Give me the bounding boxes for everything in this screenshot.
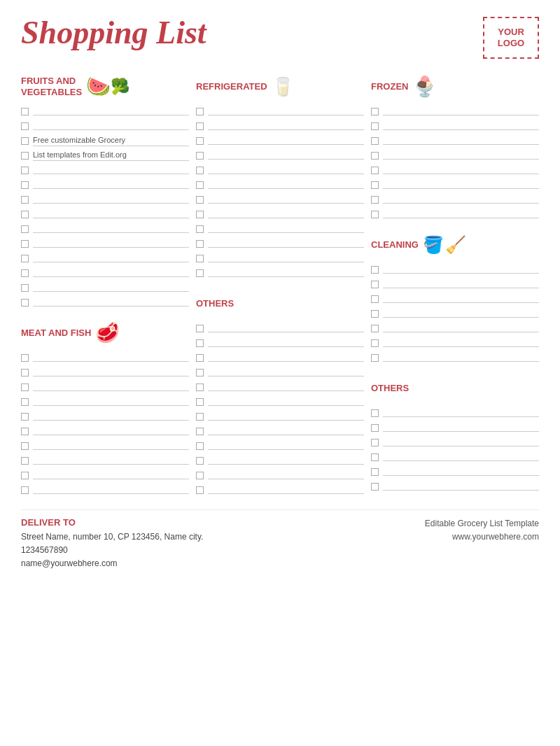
checkbox[interactable] bbox=[371, 152, 379, 160]
list-item bbox=[371, 436, 539, 449]
checkbox[interactable] bbox=[21, 472, 29, 479]
line bbox=[383, 181, 539, 189]
checkbox[interactable] bbox=[371, 424, 379, 432]
checkbox[interactable] bbox=[21, 137, 29, 145]
checkbox[interactable] bbox=[196, 472, 204, 479]
checkbox[interactable] bbox=[196, 354, 204, 362]
checkbox[interactable] bbox=[371, 310, 379, 318]
list-item bbox=[371, 337, 539, 349]
checkbox[interactable] bbox=[196, 255, 204, 262]
checkbox[interactable] bbox=[371, 483, 379, 491]
checkbox[interactable] bbox=[196, 369, 204, 376]
checkbox[interactable] bbox=[371, 468, 379, 476]
checkbox[interactable] bbox=[371, 196, 379, 204]
checkbox[interactable] bbox=[196, 211, 204, 218]
list-item bbox=[371, 322, 539, 335]
checkbox[interactable] bbox=[371, 325, 379, 332]
list-item bbox=[371, 451, 539, 463]
line bbox=[383, 295, 539, 303]
line bbox=[33, 442, 189, 450]
checkbox[interactable] bbox=[371, 266, 379, 274]
checkbox[interactable] bbox=[21, 108, 29, 115]
checkbox[interactable] bbox=[21, 269, 29, 277]
line bbox=[33, 181, 189, 189]
checkbox[interactable] bbox=[371, 409, 379, 417]
checkbox[interactable] bbox=[196, 413, 204, 421]
checkbox[interactable] bbox=[371, 167, 379, 174]
checkbox[interactable] bbox=[21, 442, 29, 450]
checkbox[interactable] bbox=[21, 284, 29, 292]
checkbox[interactable] bbox=[21, 196, 29, 204]
checkbox[interactable] bbox=[21, 428, 29, 435]
line bbox=[208, 324, 364, 332]
checkbox[interactable] bbox=[196, 122, 204, 130]
line bbox=[383, 309, 539, 318]
checkbox[interactable] bbox=[196, 457, 204, 465]
list-item: List templates from Edit.org bbox=[21, 149, 189, 162]
list-item bbox=[371, 134, 539, 147]
list-item bbox=[371, 278, 539, 290]
line bbox=[33, 456, 189, 465]
checkbox[interactable] bbox=[21, 122, 29, 130]
checkbox[interactable] bbox=[371, 439, 379, 446]
checkbox[interactable] bbox=[196, 137, 204, 145]
broom-icon: 🧹 bbox=[445, 235, 466, 255]
line bbox=[383, 122, 539, 130]
line bbox=[208, 225, 364, 233]
checkbox[interactable] bbox=[196, 196, 204, 204]
checkbox[interactable] bbox=[196, 428, 204, 435]
list-item bbox=[196, 120, 364, 132]
list-item bbox=[196, 454, 364, 467]
checkbox[interactable] bbox=[371, 281, 379, 288]
footer: DELIVER TO Street Name, number 10, CP 12… bbox=[21, 509, 539, 571]
checkbox[interactable] bbox=[21, 299, 29, 307]
checkbox[interactable] bbox=[21, 413, 29, 421]
checkbox[interactable] bbox=[21, 181, 29, 189]
checkbox[interactable] bbox=[196, 398, 204, 406]
checkbox[interactable] bbox=[21, 255, 29, 262]
checkbox[interactable] bbox=[371, 122, 379, 130]
logo-box: YOUR LOGO bbox=[483, 17, 539, 59]
checkbox[interactable] bbox=[21, 225, 29, 233]
line bbox=[383, 166, 539, 174]
checkbox[interactable] bbox=[21, 398, 29, 406]
checkbox[interactable] bbox=[21, 152, 29, 160]
checkbox[interactable] bbox=[21, 457, 29, 465]
list-item bbox=[196, 134, 364, 147]
checkbox[interactable] bbox=[21, 211, 29, 218]
list-item bbox=[196, 223, 364, 235]
checkbox[interactable] bbox=[196, 339, 204, 347]
checkbox[interactable] bbox=[371, 354, 379, 362]
checkbox[interactable] bbox=[196, 167, 204, 174]
checkbox[interactable] bbox=[21, 167, 29, 174]
checkbox[interactable] bbox=[371, 211, 379, 218]
checkbox[interactable] bbox=[371, 108, 379, 115]
list-item bbox=[371, 193, 539, 206]
checkbox[interactable] bbox=[196, 181, 204, 189]
checkbox[interactable] bbox=[196, 486, 204, 494]
checkbox[interactable] bbox=[371, 295, 379, 303]
checkbox[interactable] bbox=[196, 152, 204, 160]
checkbox[interactable] bbox=[196, 108, 204, 115]
checkbox[interactable] bbox=[21, 383, 29, 391]
others3-checklist bbox=[371, 407, 539, 493]
checkbox[interactable] bbox=[371, 453, 379, 461]
checkbox[interactable] bbox=[196, 383, 204, 391]
checkbox[interactable] bbox=[21, 354, 29, 362]
checkbox[interactable] bbox=[21, 486, 29, 494]
checkbox[interactable] bbox=[21, 240, 29, 248]
line bbox=[33, 254, 189, 262]
checkbox[interactable] bbox=[21, 369, 29, 376]
fruits-checklist: Free customizable Grocery List templates… bbox=[21, 105, 189, 309]
phone: 1234567890 bbox=[21, 545, 68, 555]
checkbox[interactable] bbox=[196, 225, 204, 233]
checkbox[interactable] bbox=[371, 137, 379, 145]
line bbox=[383, 467, 539, 476]
checkbox[interactable] bbox=[196, 269, 204, 277]
list-item bbox=[21, 208, 189, 220]
checkbox[interactable] bbox=[196, 325, 204, 332]
checkbox[interactable] bbox=[196, 240, 204, 248]
checkbox[interactable] bbox=[196, 442, 204, 450]
checkbox[interactable] bbox=[371, 339, 379, 347]
checkbox[interactable] bbox=[371, 181, 379, 189]
